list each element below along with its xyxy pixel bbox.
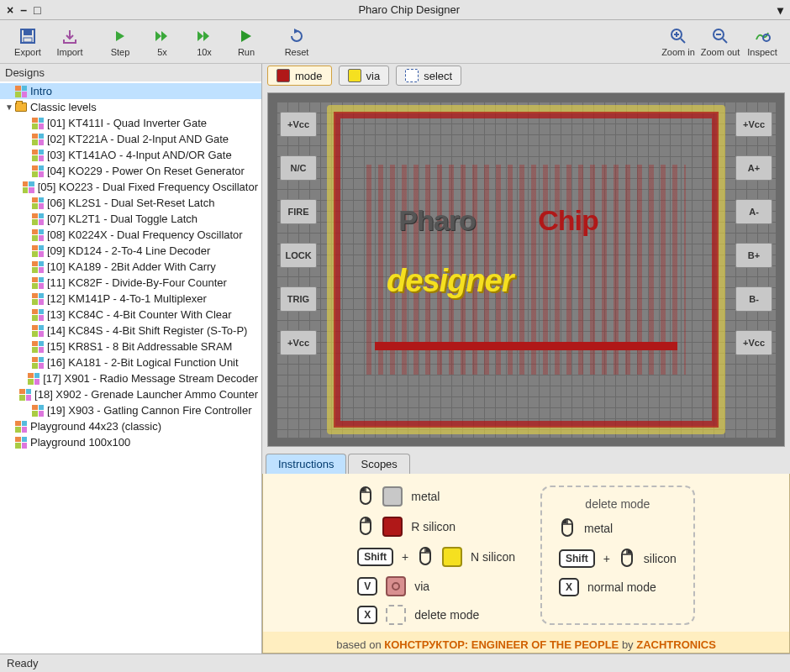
level-icon — [32, 277, 44, 289]
pad-label: +Vcc — [735, 112, 772, 137]
plus-label: + — [402, 550, 408, 564]
run-button[interactable]: Run — [225, 24, 267, 60]
tree-item-level[interactable]: [09] KD124 - 2-To-4 Line Decoder — [0, 243, 261, 259]
minimize-icon[interactable]: – — [18, 3, 29, 17]
via-swatch-icon — [386, 576, 406, 596]
maximize-icon[interactable]: □ — [32, 3, 42, 17]
credits-author: ZACHTRONICS — [636, 638, 716, 651]
legend-label: R silicon — [411, 520, 456, 533]
x-key-icon: X — [357, 606, 377, 624]
dropdown-icon[interactable]: ▾ — [776, 3, 785, 17]
x10-label: 10x — [197, 47, 212, 57]
level-icon — [32, 150, 44, 161]
select-button[interactable]: select — [396, 66, 461, 86]
tree-item-level[interactable]: [03] KT141AO - 4-Input AND/OR Gate — [0, 147, 261, 163]
tree-item-level[interactable]: [14] KC84S - 4-Bit Shift Register (S-To-… — [0, 323, 261, 339]
legend-row: X normal mode — [559, 578, 677, 596]
credits: based on КОНСТРУКТОР: ENGINEER OF THE PE… — [263, 632, 789, 653]
chevron-down-icon[interactable]: ▼ — [3, 102, 15, 112]
import-icon — [61, 27, 78, 45]
tree-item-level[interactable]: [17] X901 - Radio Message Stream Decoder — [0, 370, 261, 386]
tree-item-level[interactable]: [11] KC82F - Divide-By-Four Counter — [0, 275, 261, 291]
mode-label: mode — [295, 70, 323, 82]
tree-item-level[interactable]: [06] KL2S1 - Dual Set-Reset Latch — [0, 195, 261, 211]
folder-icon — [15, 102, 27, 112]
tree-item-level[interactable]: [18] X902 - Grenade Launcher Ammo Counte… — [0, 386, 261, 402]
tree-label: [04] KO229 - Power On Reset Generator — [47, 165, 245, 177]
pad-label: LOCK — [280, 243, 317, 268]
level-icon — [32, 197, 44, 209]
tree-item-level[interactable]: [02] KT221A - Dual 2-Input AND Gate — [0, 131, 261, 147]
level-icon — [19, 389, 31, 401]
import-button[interactable]: Import — [49, 24, 91, 60]
chip-canvas[interactable]: +VccN/CFIRELOCKTRIG+Vcc +VccA+A-B+B-+Vcc… — [267, 92, 785, 447]
instructions-panel: metal R silicon Shift + N silicon — [262, 474, 790, 654]
run-label: Run — [238, 47, 255, 57]
tab-scopes[interactable]: Scopes — [348, 454, 409, 474]
tree-item-level[interactable]: [01] KT411I - Quad Inverter Gate — [0, 115, 261, 131]
svg-line-11 — [681, 39, 685, 43]
tab-instructions[interactable]: Instructions — [266, 454, 346, 474]
legend-label: metal — [584, 522, 613, 535]
step-button[interactable]: Step — [99, 24, 141, 60]
tree-item-level[interactable]: [13] KC84C - 4-Bit Counter With Clear — [0, 307, 261, 323]
reset-icon — [288, 27, 305, 45]
legend-row: metal — [357, 486, 515, 507]
tree-item-level[interactable]: [16] KA181 - 2-Bit Logical Function Unit — [0, 354, 261, 370]
level-icon — [32, 165, 44, 177]
shift-key-icon: Shift — [357, 548, 393, 566]
svg-rect-1 — [24, 30, 32, 35]
tree-item-level[interactable]: [07] KL2T1 - Dual Toggle Latch — [0, 211, 261, 227]
tree-label: [02] KT221A - Dual 2-Input AND Gate — [47, 133, 229, 145]
level-icon — [23, 181, 34, 193]
reset-label: Reset — [285, 47, 309, 57]
design-tree[interactable]: Intro ▼ Classic levels [01] KT411I - Qua… — [0, 81, 261, 654]
tree-item-folder[interactable]: ▼ Classic levels — [0, 99, 261, 115]
credits-game: КОНСТРУКТОР: ENGINEER OF THE PEOPLE — [384, 638, 619, 651]
reset-button[interactable]: Reset — [276, 24, 318, 60]
window-controls-right: ▾ — [776, 3, 785, 17]
via-label: via — [366, 70, 381, 82]
tree-item-intro[interactable]: Intro — [0, 83, 261, 99]
logo-designer: designer — [387, 263, 513, 299]
tree-item-level[interactable]: [04] KO229 - Power On Reset Generator — [0, 163, 261, 179]
faster-icon — [196, 27, 213, 45]
tree-item-level[interactable]: [19] X903 - Gatling Cannon Fire Controll… — [0, 402, 261, 418]
zoom-out-button[interactable]: Zoom out — [699, 24, 741, 60]
select-swatch-icon — [405, 69, 419, 82]
level-icon — [28, 373, 40, 385]
tree-item-level[interactable]: [08] K0224X - Dual Frequency Oscillator — [0, 227, 261, 243]
tree-label: [17] X901 - Radio Message Stream Decoder — [43, 372, 258, 385]
zoom-in-button[interactable]: Zoom in — [657, 24, 699, 60]
tree-item-level[interactable]: [12] KM141P - 4-To-1 Multiplexer — [0, 291, 261, 307]
svg-rect-2 — [24, 38, 32, 42]
window-controls-left: × – □ — [5, 3, 42, 17]
metal-swatch-icon — [382, 486, 403, 507]
mouse-right-icon — [357, 516, 374, 538]
svg-marker-6 — [198, 31, 203, 41]
legend-row: Shift + N silicon — [357, 546, 515, 568]
x10-button[interactable]: 10x — [183, 24, 225, 60]
tree-item-playground[interactable]: Playground 44x23 (classic) — [0, 418, 261, 434]
tree-label: [06] KL2S1 - Dual Set-Reset Latch — [47, 197, 214, 209]
tree-item-level[interactable]: [10] KA189 - 2Bit Adder With Carry — [0, 259, 261, 275]
inspect-button[interactable]: Inspect — [741, 24, 783, 60]
r-swatch-icon — [382, 517, 403, 537]
delete-mode-title: delete mode — [559, 497, 677, 511]
via-button[interactable]: via — [339, 66, 390, 86]
x5-label: 5x — [157, 47, 167, 57]
select-label: select — [424, 70, 452, 82]
tree-label: [07] KL2T1 - Dual Toggle Latch — [47, 213, 198, 225]
credits-mid: by — [622, 638, 636, 651]
step-label: Step — [111, 47, 130, 57]
content-area: mode via select +VccN/CFIRELOCKTRIG+Vcc … — [262, 64, 790, 654]
x5-button[interactable]: 5x — [141, 24, 183, 60]
mode-button[interactable]: mode — [267, 66, 332, 86]
legend-row: V via — [357, 576, 515, 596]
level-icon — [32, 325, 44, 337]
tree-item-playground[interactable]: Playground 100x100 — [0, 434, 261, 450]
export-button[interactable]: Export — [7, 24, 49, 60]
tree-item-level[interactable]: [15] KR8S1 - 8 Bit Addressable SRAM — [0, 339, 261, 354]
close-icon[interactable]: × — [5, 3, 15, 17]
tree-item-level[interactable]: [05] KO223 - Dual Fixed Frequency Oscill… — [0, 179, 261, 195]
